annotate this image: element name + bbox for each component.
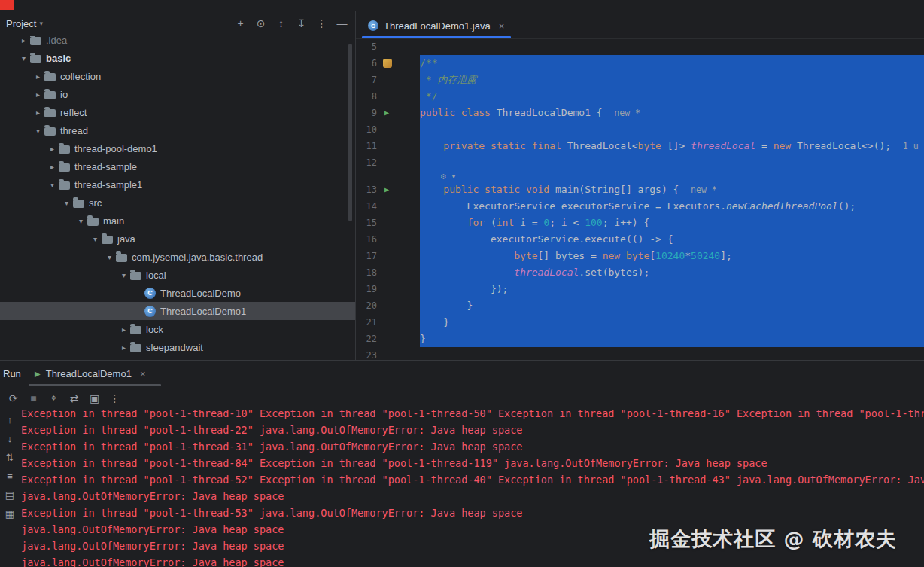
chevron-right-icon[interactable]: ▸ (117, 343, 130, 352)
tree-item-com.jysemel.java.basic.thread[interactable]: ▾com.jysemel.java.basic.thread (0, 248, 355, 266)
tree-item-collection[interactable]: ▸collection (0, 67, 355, 85)
run-gutter-icon[interactable]: ▶ (384, 105, 389, 121)
code-line[interactable]: 13▶ public static void main(String[] arg… (356, 181, 924, 198)
chevron-down-icon[interactable]: ▾ (103, 253, 116, 261)
collapse-all-icon[interactable]: ↧ (291, 17, 312, 29)
gutter[interactable]: 20 (356, 297, 420, 314)
tree-item-ThreadLocalDemo[interactable]: CThreadLocalDemo (0, 284, 355, 302)
chevron-right-icon[interactable]: ▸ (117, 325, 130, 334)
run-tab[interactable]: ▶ ThreadLocalDemo1 × (35, 361, 145, 386)
run-title[interactable]: Run (3, 368, 21, 380)
chevron-right-icon[interactable]: ▸ (32, 72, 44, 81)
gutter[interactable]: 18 (356, 264, 420, 281)
gutter[interactable]: 16 (356, 231, 420, 248)
code-line[interactable]: 16 executorService.execute(() -> { (356, 231, 924, 248)
chevron-down-icon[interactable]: ▾ (17, 54, 30, 62)
code-line[interactable]: 18 threadLocal.set(bytes); (356, 264, 924, 281)
close-icon[interactable]: × (499, 20, 505, 32)
scroll-to-end-icon[interactable]: ≡ (7, 467, 13, 486)
code-line[interactable]: 22} (356, 331, 924, 347)
rerun-icon[interactable]: ⟳ (3, 392, 23, 404)
print-icon[interactable]: ▤ (5, 486, 14, 505)
down-stack-trace-icon[interactable]: ↓ (8, 429, 13, 448)
gutter[interactable]: 12 (356, 154, 420, 171)
up-stack-trace-icon[interactable]: ↑ (8, 410, 13, 429)
tree-item-thread[interactable]: ▾thread (0, 121, 355, 139)
code-editor[interactable]: 56/**7 * 内存泄露8 */9▶public class ThreadLo… (356, 38, 924, 360)
code-line[interactable]: 19 }); (356, 281, 924, 297)
pin-tab-icon[interactable]: ▣ (84, 392, 105, 404)
clear-all-icon[interactable]: ▦ (5, 505, 14, 523)
tree-item-src[interactable]: ▾src (0, 194, 355, 212)
gutter[interactable]: 15 (356, 215, 420, 231)
tree-item-java[interactable]: ▾java (0, 230, 355, 248)
run-gutter-icon[interactable]: ▶ (384, 181, 389, 198)
gutter[interactable]: 23 (356, 347, 420, 360)
chevron-right-icon[interactable]: ▸ (46, 145, 59, 153)
chevron-down-icon[interactable]: ▾ (74, 217, 87, 225)
thread-dump-icon[interactable]: ⌖ (44, 392, 64, 404)
chevron-down-icon[interactable]: ▾ (60, 199, 73, 207)
restore-layout-icon[interactable]: ⇄ (64, 392, 84, 404)
code-line[interactable]: 5 (356, 38, 924, 55)
chevron-right-icon[interactable]: ▸ (32, 90, 44, 99)
close-icon[interactable]: × (140, 368, 146, 380)
code-line[interactable]: 12 (356, 154, 924, 171)
more-icon[interactable]: ⋮ (105, 392, 125, 404)
code-line[interactable]: 11 private static final ThreadLocal<byte… (356, 138, 924, 154)
gutter[interactable]: 7 (356, 72, 420, 88)
chevron-right-icon[interactable]: ▸ (32, 108, 44, 117)
tree-item-thread-sample1[interactable]: ▾thread-sample1 (0, 175, 355, 194)
code-line[interactable]: 6/** (356, 55, 924, 72)
chevron-down-icon[interactable]: ▾ (46, 181, 59, 189)
gutter[interactable]: 14 (356, 198, 420, 215)
code-line[interactable]: 10 (356, 121, 924, 138)
locate-file-icon[interactable]: ⊙ (251, 17, 271, 29)
code-line[interactable]: 17 byte[] bytes = new byte[10240*50240]; (356, 248, 924, 264)
add-icon[interactable]: + (230, 17, 251, 29)
code-line[interactable]: 21 } (356, 314, 924, 331)
tree-item-lock[interactable]: ▸lock (0, 320, 355, 338)
code-line[interactable]: 14 ExecutorService executorService = Exe… (356, 198, 924, 215)
chevron-right-icon[interactable]: ▸ (17, 36, 30, 44)
gutter[interactable]: 9▶ (356, 105, 420, 121)
hide-panel-icon[interactable]: — (332, 17, 352, 29)
stop-icon[interactable]: ■ (23, 392, 44, 404)
gutter[interactable]: 5 (356, 38, 420, 55)
tree-item-io[interactable]: ▸io (0, 85, 355, 103)
code-line[interactable]: 9▶public class ThreadLocalDemo1 { new * (356, 105, 924, 121)
code-line[interactable]: 23 (356, 347, 924, 360)
gutter[interactable]: 17 (356, 248, 420, 264)
bookmark-icon[interactable] (383, 59, 392, 68)
expand-all-icon[interactable]: ↕ (271, 17, 291, 29)
chevron-down-icon[interactable]: ▾ (32, 127, 44, 135)
tree-item-ThreadLocalDemo1[interactable]: CThreadLocalDemo1 (0, 302, 355, 320)
tree-item-thread-sample[interactable]: ▸thread-sample (0, 157, 355, 175)
chevron-right-icon[interactable]: ▸ (46, 163, 59, 171)
editor-tab[interactable]: C ThreadLocalDemo1.java × (362, 15, 510, 36)
tree-item-reflect[interactable]: ▸reflect (0, 103, 355, 121)
tree-item-basic[interactable]: ▾basic (0, 49, 355, 67)
project-scrollbar[interactable] (348, 44, 352, 221)
chevron-down-icon[interactable]: ▾ (89, 235, 102, 243)
gutter[interactable]: 22 (356, 331, 420, 347)
gutter[interactable]: 6 (356, 55, 420, 72)
chevron-down-icon[interactable]: ▾ (117, 271, 130, 279)
gutter[interactable]: 13▶ (356, 181, 420, 198)
gutter[interactable]: 11 (356, 138, 420, 154)
gutter[interactable]: 10 (356, 121, 420, 138)
tree-item-local[interactable]: ▾local (0, 266, 355, 284)
chevron-down-icon[interactable]: ▾ (39, 20, 43, 27)
gutter[interactable]: 19 (356, 281, 420, 297)
more-icon[interactable]: ⋮ (312, 17, 332, 29)
code-line[interactable]: 7 * 内存泄露 (356, 72, 924, 88)
soft-wrap-icon[interactable]: ⇅ (6, 448, 14, 467)
inlay-row[interactable]: ⚙ ▾ (356, 171, 924, 181)
tree-item-main[interactable]: ▾main (0, 212, 355, 230)
project-title[interactable]: Project (6, 18, 36, 29)
code-line[interactable]: 8 */ (356, 88, 924, 105)
gutter[interactable]: 8 (356, 88, 420, 105)
tree-item-thread-pool-demo1[interactable]: ▸thread-pool-demo1 (0, 139, 355, 157)
code-line[interactable]: 15 for (int i = 0; i < 100; i++) { (356, 215, 924, 231)
gutter[interactable]: 21 (356, 314, 420, 331)
